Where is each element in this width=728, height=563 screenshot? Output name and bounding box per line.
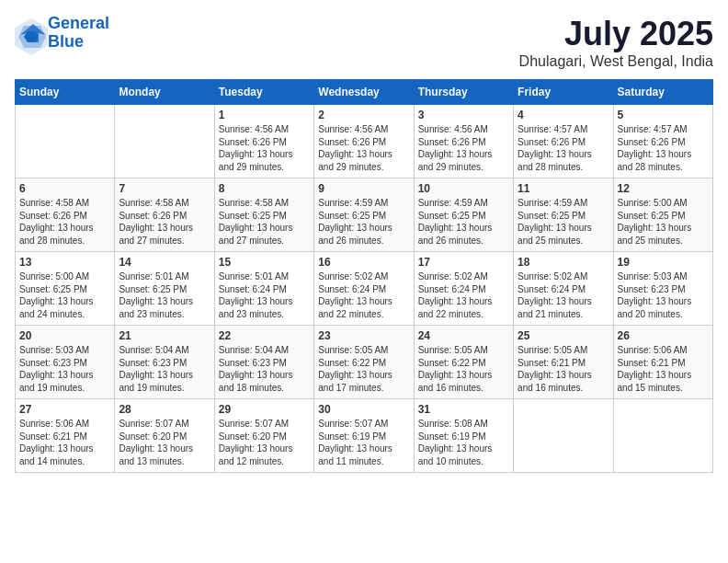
calendar-day-cell: 28 Sunrise: 5:07 AM Sunset: 6:20 PM Dayl… bbox=[115, 399, 214, 473]
daylight: Daylight: 13 hours and 21 minutes. bbox=[518, 296, 592, 319]
calendar-day-cell: 20 Sunrise: 5:03 AM Sunset: 6:23 PM Dayl… bbox=[16, 326, 115, 399]
day-number: 18 bbox=[518, 256, 609, 269]
sunset: Sunset: 6:23 PM bbox=[19, 358, 87, 368]
day-number: 25 bbox=[518, 329, 609, 342]
sunrise: Sunrise: 4:57 AM bbox=[518, 124, 587, 134]
calendar-day-cell: 8 Sunrise: 4:58 AM Sunset: 6:25 PM Dayli… bbox=[214, 178, 313, 252]
page-header: General Blue July 2025 Dhulagari, West B… bbox=[15, 15, 713, 70]
calendar-week-row: 20 Sunrise: 5:03 AM Sunset: 6:23 PM Dayl… bbox=[16, 326, 713, 399]
day-info: Sunrise: 5:03 AM Sunset: 6:23 PM Dayligh… bbox=[19, 344, 110, 394]
calendar-day-cell: 21 Sunrise: 5:04 AM Sunset: 6:23 PM Dayl… bbox=[115, 326, 214, 399]
sunset: Sunset: 6:22 PM bbox=[418, 358, 486, 368]
day-number: 31 bbox=[418, 403, 509, 416]
logo: General Blue bbox=[15, 15, 109, 52]
logo-line1: General bbox=[48, 14, 109, 32]
sunrise: Sunrise: 5:04 AM bbox=[219, 345, 289, 355]
daylight: Daylight: 13 hours and 13 minutes. bbox=[119, 443, 193, 466]
sunset: Sunset: 6:26 PM bbox=[618, 137, 686, 147]
day-number: 17 bbox=[418, 256, 509, 269]
sunrise: Sunrise: 5:02 AM bbox=[418, 271, 488, 282]
day-info: Sunrise: 4:56 AM Sunset: 6:26 PM Dayligh… bbox=[418, 123, 509, 173]
day-info: Sunrise: 5:06 AM Sunset: 6:21 PM Dayligh… bbox=[19, 418, 110, 467]
calendar-day-cell bbox=[115, 105, 214, 178]
daylight: Daylight: 13 hours and 27 minutes. bbox=[119, 223, 193, 246]
day-info: Sunrise: 4:57 AM Sunset: 6:26 PM Dayligh… bbox=[518, 123, 609, 173]
day-info: Sunrise: 5:07 AM Sunset: 6:20 PM Dayligh… bbox=[219, 418, 310, 467]
calendar-day-cell: 31 Sunrise: 5:08 AM Sunset: 6:19 PM Dayl… bbox=[414, 399, 513, 473]
sunset: Sunset: 6:24 PM bbox=[518, 284, 586, 294]
day-info: Sunrise: 5:06 AM Sunset: 6:21 PM Dayligh… bbox=[618, 344, 709, 394]
calendar-day-cell bbox=[514, 399, 613, 473]
daylight: Daylight: 13 hours and 26 minutes. bbox=[318, 223, 392, 246]
calendar-table: SundayMondayTuesdayWednesdayThursdayFrid… bbox=[15, 79, 713, 473]
sunset: Sunset: 6:26 PM bbox=[219, 137, 287, 147]
daylight: Daylight: 13 hours and 29 minutes. bbox=[418, 149, 493, 172]
calendar-day-cell: 27 Sunrise: 5:06 AM Sunset: 6:21 PM Dayl… bbox=[16, 399, 115, 473]
daylight: Daylight: 13 hours and 28 minutes. bbox=[618, 149, 692, 172]
day-info: Sunrise: 5:00 AM Sunset: 6:25 PM Dayligh… bbox=[19, 270, 110, 320]
day-number: 5 bbox=[618, 109, 709, 121]
daylight: Daylight: 13 hours and 19 minutes. bbox=[119, 370, 193, 393]
day-number: 19 bbox=[618, 256, 709, 269]
day-number: 24 bbox=[418, 329, 509, 342]
day-info: Sunrise: 4:56 AM Sunset: 6:26 PM Dayligh… bbox=[219, 123, 310, 173]
sunset: Sunset: 6:25 PM bbox=[518, 211, 586, 221]
sunrise: Sunrise: 4:58 AM bbox=[219, 198, 289, 208]
day-info: Sunrise: 4:59 AM Sunset: 6:25 PM Dayligh… bbox=[418, 197, 509, 247]
day-info: Sunrise: 4:59 AM Sunset: 6:25 PM Dayligh… bbox=[518, 197, 609, 247]
sunrise: Sunrise: 4:58 AM bbox=[119, 198, 188, 208]
sunrise: Sunrise: 5:03 AM bbox=[618, 271, 688, 282]
calendar-week-row: 6 Sunrise: 4:58 AM Sunset: 6:26 PM Dayli… bbox=[16, 178, 713, 252]
calendar-day-cell: 19 Sunrise: 5:03 AM Sunset: 6:23 PM Dayl… bbox=[613, 252, 712, 326]
calendar-day-cell bbox=[613, 399, 712, 473]
day-info: Sunrise: 4:56 AM Sunset: 6:26 PM Dayligh… bbox=[318, 123, 409, 173]
day-info: Sunrise: 5:07 AM Sunset: 6:20 PM Dayligh… bbox=[119, 418, 210, 467]
day-info: Sunrise: 5:04 AM Sunset: 6:23 PM Dayligh… bbox=[219, 344, 310, 394]
day-number: 28 bbox=[119, 403, 210, 416]
day-info: Sunrise: 5:02 AM Sunset: 6:24 PM Dayligh… bbox=[318, 270, 409, 320]
calendar-day-cell: 29 Sunrise: 5:07 AM Sunset: 6:20 PM Dayl… bbox=[214, 399, 313, 473]
day-number: 15 bbox=[219, 256, 310, 269]
daylight: Daylight: 13 hours and 29 minutes. bbox=[219, 149, 293, 172]
day-info: Sunrise: 5:02 AM Sunset: 6:24 PM Dayligh… bbox=[518, 270, 609, 320]
day-info: Sunrise: 5:03 AM Sunset: 6:23 PM Dayligh… bbox=[618, 270, 709, 320]
day-number: 22 bbox=[219, 329, 310, 342]
calendar-day-cell: 14 Sunrise: 5:01 AM Sunset: 6:25 PM Dayl… bbox=[115, 252, 214, 326]
sunset: Sunset: 6:23 PM bbox=[119, 358, 187, 368]
sunset: Sunset: 6:19 PM bbox=[318, 431, 386, 442]
daylight: Daylight: 13 hours and 25 minutes. bbox=[618, 223, 692, 246]
sunset: Sunset: 6:24 PM bbox=[219, 284, 287, 294]
day-number: 30 bbox=[318, 403, 409, 416]
day-number: 3 bbox=[418, 109, 509, 121]
day-number: 27 bbox=[19, 403, 110, 416]
sunrise: Sunrise: 5:05 AM bbox=[518, 345, 587, 355]
daylight: Daylight: 13 hours and 28 minutes. bbox=[19, 223, 94, 246]
sunrise: Sunrise: 5:04 AM bbox=[119, 345, 188, 355]
sunset: Sunset: 6:26 PM bbox=[418, 137, 486, 147]
day-number: 11 bbox=[518, 182, 609, 195]
day-number: 7 bbox=[119, 182, 210, 195]
calendar-week-row: 27 Sunrise: 5:06 AM Sunset: 6:21 PM Dayl… bbox=[16, 399, 713, 473]
calendar-day-cell: 22 Sunrise: 5:04 AM Sunset: 6:23 PM Dayl… bbox=[214, 326, 313, 399]
day-info: Sunrise: 5:02 AM Sunset: 6:24 PM Dayligh… bbox=[418, 270, 509, 320]
calendar-day-cell: 25 Sunrise: 5:05 AM Sunset: 6:21 PM Dayl… bbox=[514, 326, 613, 399]
daylight: Daylight: 13 hours and 14 minutes. bbox=[19, 443, 94, 466]
calendar-day-cell: 11 Sunrise: 4:59 AM Sunset: 6:25 PM Dayl… bbox=[514, 178, 613, 252]
sunset: Sunset: 6:21 PM bbox=[19, 431, 87, 442]
daylight: Daylight: 13 hours and 27 minutes. bbox=[219, 223, 293, 246]
day-number: 23 bbox=[318, 329, 409, 342]
day-number: 12 bbox=[618, 182, 709, 195]
daylight: Daylight: 13 hours and 16 minutes. bbox=[518, 370, 592, 393]
day-number: 6 bbox=[19, 182, 110, 195]
sunrise: Sunrise: 4:56 AM bbox=[418, 124, 488, 134]
day-info: Sunrise: 5:05 AM Sunset: 6:21 PM Dayligh… bbox=[518, 344, 609, 394]
sunrise: Sunrise: 5:01 AM bbox=[219, 271, 289, 282]
calendar-week-row: 1 Sunrise: 4:56 AM Sunset: 6:26 PM Dayli… bbox=[16, 105, 713, 178]
sunrise: Sunrise: 5:02 AM bbox=[318, 271, 388, 282]
day-info: Sunrise: 5:01 AM Sunset: 6:24 PM Dayligh… bbox=[219, 270, 310, 320]
day-number: 1 bbox=[219, 109, 310, 121]
calendar-day-cell: 23 Sunrise: 5:05 AM Sunset: 6:22 PM Dayl… bbox=[314, 326, 414, 399]
day-number: 26 bbox=[618, 329, 709, 342]
sunrise: Sunrise: 5:05 AM bbox=[418, 345, 488, 355]
calendar-day-cell: 15 Sunrise: 5:01 AM Sunset: 6:24 PM Dayl… bbox=[214, 252, 313, 326]
